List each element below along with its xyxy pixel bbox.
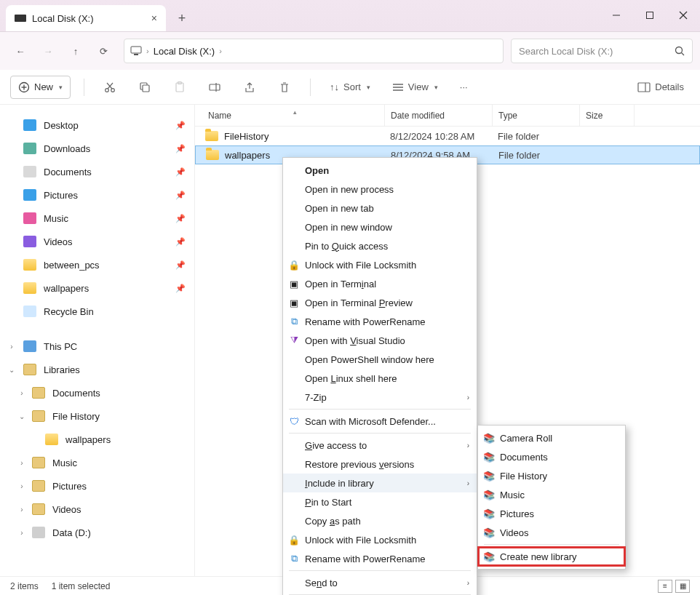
sidebar-item-lib-wallpapers[interactable]: wallpapers: [0, 428, 194, 451]
sidebar-item-lib-music[interactable]: ›Music: [0, 451, 194, 474]
ctx-send-to[interactable]: Send to›: [283, 573, 477, 592]
minimize-button[interactable]: [600, 0, 633, 31]
breadcrumb-location[interactable]: Local Disk (X:): [154, 46, 215, 57]
col-type[interactable]: Type: [492, 105, 579, 126]
col-size[interactable]: Size: [579, 105, 635, 126]
ctx-restore-versions[interactable]: Restore previous versions: [283, 455, 477, 474]
chevron-right-icon[interactable]: ›: [17, 506, 26, 514]
view-grid-button[interactable]: ▦: [675, 580, 690, 593]
search-box[interactable]: Search Local Disk (X:): [511, 39, 693, 63]
table-row[interactable]: FileHistory 8/12/2024 10:28 AM File fold…: [195, 127, 700, 145]
recycle-icon: [23, 306, 36, 317]
chevron-down-icon[interactable]: ⌄: [7, 366, 16, 374]
close-window-button[interactable]: [667, 0, 700, 31]
col-date[interactable]: Date modified: [384, 105, 492, 126]
sidebar-item-music[interactable]: Music📌: [0, 207, 194, 230]
sort-button[interactable]: ↑↓ Sort ▾: [324, 76, 376, 99]
folder-icon: [23, 259, 36, 271]
ctx-open-visualstudio[interactable]: ⧩Open with Visual Studio: [283, 331, 477, 350]
delete-button[interactable]: [272, 76, 297, 99]
back-button[interactable]: ←: [7, 38, 33, 64]
ctx-pin-start[interactable]: Pin to Start: [283, 492, 477, 511]
ctx-open-powershell[interactable]: Open PowerShell window here: [283, 350, 477, 369]
rename-button[interactable]: [202, 76, 227, 99]
more-button[interactable]: ···: [454, 76, 474, 99]
ctx-open-terminal-preview[interactable]: ▣Open in Terminal Preview: [283, 293, 477, 312]
chevron-right-icon[interactable]: ›: [146, 47, 149, 55]
ctx-pin-quick[interactable]: Pin to Quick access: [283, 236, 477, 255]
ctx-open-terminal[interactable]: ▣Open in Terminal: [283, 274, 477, 293]
ctx-open-new-window[interactable]: Open in new window: [283, 217, 477, 236]
sidebar-item-desktop[interactable]: Desktop📌: [0, 113, 194, 137]
ctx-scan-defender[interactable]: 🛡Scan with Microsoft Defender...: [283, 412, 477, 431]
submenu-documents[interactable]: 📚Documents: [478, 447, 625, 466]
forward-button[interactable]: →: [35, 38, 61, 64]
sidebar-item-videos[interactable]: Videos📌: [0, 230, 194, 253]
sidebar-item-lib-data-d[interactable]: ›Data (D:): [0, 521, 194, 544]
ctx-open-new-tab[interactable]: Open in new tab: [283, 199, 477, 217]
sidebar-item-thispc[interactable]: ›This PC: [0, 335, 194, 358]
refresh-button[interactable]: ⟳: [90, 38, 116, 64]
chevron-right-icon[interactable]: ›: [17, 529, 26, 537]
close-tab-icon[interactable]: ×: [151, 12, 157, 24]
chevron-right-icon[interactable]: ›: [7, 343, 16, 351]
new-button[interactable]: New ▾: [10, 76, 71, 99]
up-button[interactable]: ↑: [63, 38, 89, 64]
ctx-unlock-locksmith-2[interactable]: 🔒Unlock with File Locksmith: [283, 530, 477, 549]
ctx-label: Pictures: [500, 508, 534, 519]
chevron-right-icon[interactable]: ›: [17, 482, 26, 490]
sidebar-item-betweenpcs[interactable]: between_pcs📌: [0, 253, 194, 276]
maximize-button[interactable]: [633, 0, 667, 31]
submenu-videos[interactable]: 📚Videos: [478, 523, 625, 542]
sidebar-item-downloads[interactable]: Downloads📌: [0, 137, 194, 160]
details-label: Details: [655, 81, 684, 92]
tab-localdisk[interactable]: Local Disk (X:) ×: [6, 5, 166, 31]
ctx-rename-powerrename[interactable]: ⧉Rename with PowerRename: [283, 312, 477, 331]
shield-icon: 🛡: [287, 416, 301, 427]
ctx-unlock-locksmith[interactable]: 🔒Unlock with File Locksmith: [283, 255, 477, 274]
sidebar-item-lib-videos[interactable]: ›Videos: [0, 498, 194, 521]
submenu-pictures[interactable]: 📚Pictures: [478, 504, 625, 523]
chevron-right-icon[interactable]: ›: [17, 389, 26, 397]
submenu-filehistory[interactable]: 📚File History: [478, 466, 625, 485]
cut-button[interactable]: [98, 76, 122, 99]
sidebar-item-lib-filehistory[interactable]: ⌄File History: [0, 404, 194, 428]
copy-button[interactable]: [132, 76, 157, 99]
sidebar-item-lib-pictures[interactable]: ›Pictures: [0, 474, 194, 498]
library-icon: 📚: [482, 527, 496, 538]
sidebar-item-recyclebin[interactable]: Recycle Bin: [0, 300, 194, 323]
address-bar[interactable]: › Local Disk (X:) ›: [124, 39, 504, 63]
col-name[interactable]: Name▴: [195, 111, 384, 121]
chevron-right-icon[interactable]: ›: [17, 459, 26, 467]
pin-icon: 📌: [175, 284, 186, 293]
sidebar-item-documents[interactable]: Documents📌: [0, 160, 194, 183]
terminal-icon: ▣: [287, 298, 301, 308]
sidebar-item-label: Downloads: [44, 143, 90, 154]
svg-rect-16: [143, 85, 149, 92]
ctx-open[interactable]: Open: [283, 161, 477, 180]
ctx-open-linux[interactable]: Open Linux shell here: [283, 369, 477, 388]
pictures-icon: [23, 189, 36, 201]
new-tab-button[interactable]: +: [170, 7, 194, 30]
sidebar-item-libraries[interactable]: ⌄Libraries: [0, 358, 194, 381]
view-button[interactable]: View ▾: [386, 76, 444, 99]
submenu-camera-roll[interactable]: 📚Camera Roll: [478, 428, 625, 447]
ctx-open-new-process[interactable]: Open in new process: [283, 180, 477, 199]
sidebar-item-wallpapers[interactable]: wallpapers📌: [0, 276, 194, 300]
chevron-down-icon[interactable]: ⌄: [17, 412, 26, 420]
submenu-music[interactable]: 📚Music: [478, 485, 625, 504]
ctx-7zip[interactable]: 7-Zip›: [283, 388, 477, 407]
chevron-right-icon[interactable]: ›: [219, 47, 222, 55]
ctx-give-access[interactable]: Give access to›: [283, 436, 477, 455]
ctx-include-library[interactable]: Include in library›: [283, 474, 477, 492]
search-icon[interactable]: [675, 46, 685, 56]
sidebar-item-lib-documents[interactable]: ›Documents: [0, 381, 194, 404]
submenu-create-new-library[interactable]: 📚Create new library: [478, 547, 625, 566]
ctx-rename-powerrename-2[interactable]: ⧉Rename with PowerRename: [283, 549, 477, 568]
details-pane-button[interactable]: Details: [632, 76, 690, 99]
share-button[interactable]: [237, 76, 262, 99]
view-details-button[interactable]: ≡: [658, 580, 672, 593]
ctx-copy-as-path[interactable]: Copy as path: [283, 511, 477, 530]
sidebar-item-pictures[interactable]: Pictures📌: [0, 183, 194, 207]
paste-button[interactable]: [167, 76, 192, 99]
